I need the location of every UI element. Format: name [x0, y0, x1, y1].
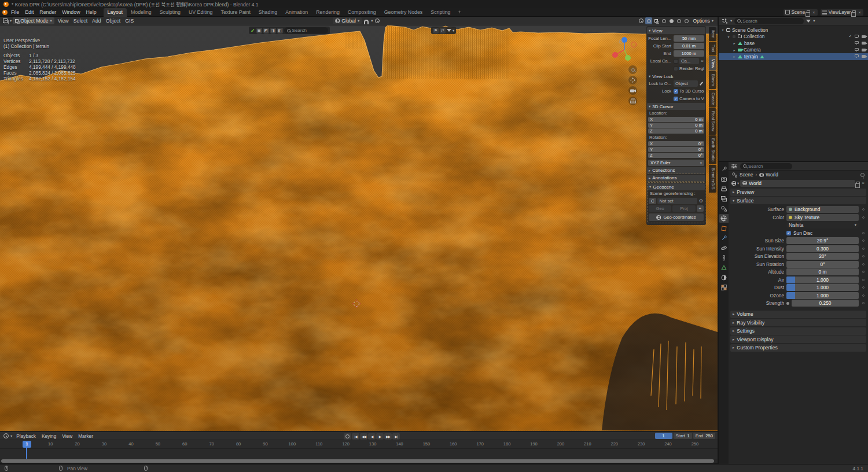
- properties-tab-tool[interactable]: [719, 165, 729, 174]
- mode-dropdown[interactable]: Object Mode ▾: [13, 17, 54, 24]
- outliner-row-terrain[interactable]: ▸ terrain: [719, 53, 868, 60]
- render-region-checkbox[interactable]: [674, 67, 678, 71]
- n-panel-tab[interactable]: Blosm: [709, 71, 716, 89]
- auto-keying-toggle-icon[interactable]: [344, 433, 351, 440]
- rotation-mode-dropdown[interactable]: XYZ Euler▾: [648, 160, 704, 166]
- focal-length-field[interactable]: 50 mm: [674, 35, 704, 42]
- outliner-search-input[interactable]: Search: [734, 18, 804, 24]
- disable-in-render-icon[interactable]: [862, 35, 866, 38]
- air-slider[interactable]: 1.000: [786, 276, 859, 283]
- lock-to-3d-cursor-checkbox[interactable]: ✓: [674, 89, 678, 94]
- camera-view-icon[interactable]: [628, 86, 637, 95]
- disable-in-render-icon[interactable]: [862, 42, 866, 45]
- properties-tab-output[interactable]: [719, 185, 729, 193]
- properties-tab-texture[interactable]: [719, 283, 729, 292]
- custom-properties-panel-header[interactable]: ▸ Custom Properties: [730, 344, 866, 352]
- scrollbar-thumb[interactable]: [1, 459, 714, 463]
- timeline-menu-item[interactable]: Keying: [39, 433, 59, 439]
- filter-icon[interactable]: [447, 29, 451, 32]
- outliner-row-scene-collection[interactable]: ▾ Scene Collection: [719, 27, 868, 34]
- cursor-rotation-x-field[interactable]: X0°: [648, 141, 704, 146]
- move-view-icon[interactable]: [628, 76, 637, 84]
- n-panel-tab[interactable]: View: [709, 56, 716, 71]
- proj-button[interactable]: Proj: [672, 205, 695, 212]
- editor-type-icon[interactable]: [2, 17, 9, 24]
- workspace-tab[interactable]: Compositing: [344, 8, 380, 17]
- workspace-tab[interactable]: Sculpting: [156, 8, 185, 17]
- mirror-toggle-icon[interactable]: ⇄: [440, 28, 446, 34]
- properties-tab-world[interactable]: [719, 214, 729, 223]
- toggle-icon[interactable]: ▣: [256, 28, 262, 34]
- crs-field[interactable]: Not set: [657, 198, 697, 204]
- playhead-badge[interactable]: 1: [23, 441, 31, 448]
- n-panel-tab[interactable]: Real Snow: [709, 108, 716, 134]
- crs-settings-gear-icon[interactable]: ⚙: [698, 198, 704, 204]
- shading-wireframe-icon[interactable]: [660, 17, 667, 24]
- transform-orientation-dropdown[interactable]: Global ▾: [333, 17, 362, 24]
- terrain-wireframe-mesh[interactable]: [0, 25, 718, 431]
- add-crs-button[interactable]: +: [697, 205, 704, 212]
- snap-toggle-icon[interactable]: [363, 17, 370, 24]
- viewlayer-selector[interactable]: ViewLayer ×: [821, 9, 863, 16]
- browse-world-icon[interactable]: [731, 181, 736, 186]
- next-keyframe-button[interactable]: ▶▶: [384, 433, 392, 440]
- hide-in-viewport-icon[interactable]: [855, 35, 859, 38]
- ozone-slider[interactable]: 1.000: [786, 292, 859, 299]
- expand-icon[interactable]: ▸: [733, 48, 736, 52]
- chevron-down-icon[interactable]: ▾: [813, 19, 815, 23]
- new-scene-icon[interactable]: [807, 10, 810, 14]
- hide-in-viewport-icon[interactable]: [855, 48, 859, 51]
- properties-tab-scene[interactable]: [719, 204, 729, 213]
- shading-rendered-icon[interactable]: [683, 17, 690, 24]
- camera-to-view-checkbox[interactable]: ✓: [674, 97, 678, 101]
- navigation-gizmo[interactable]: [608, 33, 641, 67]
- outliner-row-base[interactable]: ▸ base: [719, 40, 868, 47]
- play-reverse-button[interactable]: ◀: [368, 433, 376, 440]
- expand-icon[interactable]: ▸: [733, 41, 736, 45]
- remove-viewlayer-icon[interactable]: ×: [858, 10, 862, 15]
- tool-confirm-icon[interactable]: ✓: [251, 28, 255, 34]
- hide-in-viewport-icon[interactable]: [855, 54, 859, 57]
- viewport-menu-item[interactable]: View: [56, 18, 71, 24]
- menu-item[interactable]: Render: [36, 9, 59, 15]
- frame-end-field[interactable]: End 250: [693, 433, 715, 439]
- n-panel-tab[interactable]: BlenderGIS: [709, 165, 716, 193]
- surface-panel-header[interactable]: ▾ Surface: [730, 197, 866, 204]
- scene-selector[interactable]: Scene ×: [784, 9, 818, 16]
- options-dropdown[interactable]: Options ▾: [690, 17, 716, 24]
- geo-coordinates-button[interactable]: Geo-coordinates: [649, 213, 704, 221]
- sun-intensity-field[interactable]: 0.300: [786, 245, 859, 252]
- view-panel-header[interactable]: ▾ View: [647, 27, 705, 34]
- cursor-rotation-z-field[interactable]: Z0°: [648, 153, 704, 158]
- timeline-menu-item[interactable]: View: [59, 433, 75, 439]
- outliner-editor-type-icon[interactable]: [721, 17, 728, 24]
- shading-material-icon[interactable]: [675, 17, 682, 24]
- geo-button[interactable]: Geo: [649, 205, 671, 212]
- crs-switch-button[interactable]: C: [649, 198, 656, 204]
- show-gizmo-icon[interactable]: [638, 17, 645, 24]
- collection-checkbox[interactable]: [732, 35, 736, 39]
- geoscene-panel-header[interactable]: ▾ Geoscene: [648, 183, 705, 190]
- marker-toggle-icon[interactable]: ⚑: [433, 28, 439, 34]
- n-panel-tab[interactable]: Create: [709, 90, 716, 108]
- surface-shader-dropdown[interactable]: Background: [786, 206, 859, 213]
- workspace-tab[interactable]: Texture Paint: [217, 8, 255, 17]
- timeline-editor[interactable]: ▾ PlaybackKeyingViewMarker |◀ ◀◀ ◀ ▶ ▶▶ …: [0, 432, 718, 463]
- sun-size-field[interactable]: 20.9°: [786, 237, 859, 244]
- add-workspace-button[interactable]: +: [455, 9, 464, 15]
- n-panel-tab[interactable]: Item: [709, 27, 716, 41]
- properties-tab-modifiers[interactable]: [719, 234, 729, 242]
- viewport-menu-item[interactable]: GIS: [123, 18, 136, 24]
- menu-item[interactable]: Window: [59, 9, 83, 15]
- show-overlays-icon[interactable]: [645, 17, 652, 24]
- timeline-ruler[interactable]: 1020304050607080901001101201301401501601…: [0, 440, 718, 449]
- outliner-row-camera[interactable]: ▸ Camera: [719, 47, 868, 54]
- timeline-menu-item[interactable]: Playback: [13, 433, 39, 439]
- properties-tab-data[interactable]: [719, 263, 729, 272]
- outliner-row-collection[interactable]: ▾ Collection ✓: [719, 34, 868, 40]
- zoom-icon[interactable]: [628, 65, 637, 74]
- blender-app-menu-icon[interactable]: [2, 10, 8, 15]
- play-button[interactable]: ▶: [376, 433, 384, 440]
- properties-search-input[interactable]: Search: [740, 163, 792, 169]
- sun-rotation-field[interactable]: 0°: [786, 261, 859, 268]
